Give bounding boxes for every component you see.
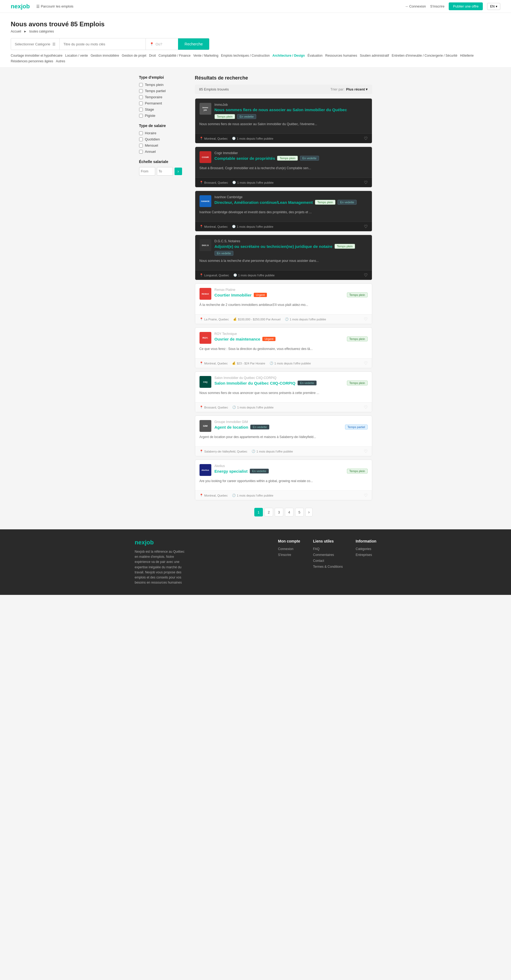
location-icon-6: 📍 — [199, 361, 203, 365]
results-header: Résultats de recherche — [195, 75, 372, 81]
salary-from-input[interactable] — [139, 167, 155, 176]
job-desc-5: À la recherche de 2 courtiers immobilier… — [199, 302, 368, 307]
favorite-btn-7[interactable]: ♡ — [364, 405, 368, 410]
cat-soutien-admin[interactable]: Soutien administratif — [360, 54, 389, 58]
salary-apply-button[interactable]: › — [175, 168, 182, 175]
filter-temps-plein[interactable]: Temps plein — [139, 83, 188, 87]
footer-link-commentaires[interactable]: Commentaires — [313, 553, 343, 557]
cat-gestion-immo[interactable]: Gestion immobilière — [91, 54, 119, 58]
filter-quotidien[interactable]: Quotidien — [139, 137, 188, 141]
footer-link-connexion[interactable]: Connexion — [278, 547, 300, 551]
cat-rh[interactable]: Ressources humaines — [325, 54, 357, 58]
filter-horaire[interactable]: Horaire — [139, 131, 188, 135]
favorite-btn-8[interactable]: ♡ — [364, 449, 368, 454]
cat-residences[interactable]: Résidences personnes âgées — [11, 59, 53, 63]
favorite-btn-1[interactable]: ♡ — [364, 136, 368, 141]
sort-value[interactable]: Plus récent ▾ — [346, 87, 368, 91]
company-name-3: Ivanhoe Cambridge — [215, 195, 368, 199]
job-card-2-inner: COGIR Cogir Immobilier Comptable senior … — [195, 147, 372, 178]
login-link[interactable]: →Connexion — [405, 4, 426, 8]
page-btn-1[interactable]: 1 — [254, 508, 263, 517]
job-title-3[interactable]: Directeur, Amélioration continue/Lean Ma… — [215, 200, 313, 205]
logo[interactable]: nexjob — [11, 3, 30, 10]
cat-entretien[interactable]: Entretien d'immeuble / Conciergerie / Sé… — [392, 54, 457, 58]
cat-courtage[interactable]: Courtage immobilier et hypothécaire — [11, 54, 62, 58]
filter-temporaire[interactable]: Temporaire — [139, 95, 188, 99]
job-title-4[interactable]: Adjoint(e) ou secrétaire ou technicien(n… — [215, 244, 333, 249]
salary-type-filter: Type de salaire Horaire Quotidien Mensue… — [139, 124, 188, 154]
footer-link-entreprises[interactable]: Entreprises — [356, 553, 376, 557]
page-btn-4[interactable]: 4 — [285, 508, 293, 517]
page-title: Nous avons trouvé 85 Emplois — [11, 21, 500, 28]
footer-link-categories[interactable]: Catégories — [356, 547, 376, 551]
page-btn-5[interactable]: 5 — [295, 508, 304, 517]
filter-annuel[interactable]: Annuel — [139, 150, 188, 154]
footer-link-contact[interactable]: Contact — [313, 559, 343, 563]
filter-mensuel[interactable]: Mensuel — [139, 143, 188, 148]
keyword-input[interactable] — [60, 38, 146, 50]
job-card-8-header: GIM Groupe Immobilier GIM Agent de locat… — [199, 420, 368, 432]
page-btn-2[interactable]: 2 — [264, 508, 273, 517]
badge-urgent-6: Urgent — [262, 337, 275, 341]
cat-comptabilite[interactable]: Comptabilité / Finance — [158, 54, 190, 58]
footer-link-sinscrire[interactable]: S'inscrire — [278, 553, 300, 557]
time-7: 🕐 1 mois depuis l'offre publiée — [232, 406, 274, 409]
filter-temps-partiel[interactable]: Temps partiel — [139, 89, 188, 93]
job-title-row-7: Salon Immobilier du Québec CIIQ-CORPIQ E… — [215, 380, 368, 385]
favorite-btn-4[interactable]: ♡ — [364, 273, 368, 278]
favorite-btn-6[interactable]: ♡ — [364, 361, 368, 366]
badge-time-1: Temps plein — [215, 114, 235, 119]
company-name-1: ImmoJob — [215, 103, 368, 107]
cat-vente-marketing[interactable]: Vente / Marketing — [193, 54, 218, 58]
job-title-7[interactable]: Salon Immobilier du Québec CIIQ-CORPIQ — [215, 381, 296, 385]
favorite-btn-2[interactable]: ♡ — [364, 180, 368, 185]
page-btn-3[interactable]: 3 — [275, 508, 283, 517]
location-icon: 📍 — [150, 42, 154, 46]
location-input-wrapper[interactable]: 📍 Où? — [146, 38, 178, 50]
cat-emplois-techniques[interactable]: Emplois techniques / Construction — [221, 54, 270, 58]
footer-col-mon-compte: Mon compte Connexion S'inscrire — [278, 539, 300, 585]
filter-stage[interactable]: Stage — [139, 107, 188, 111]
location-icon-7: 📍 — [199, 406, 203, 409]
navbar-left: nexjob ☰ Parcourir les emplois — [11, 3, 73, 10]
badge-vedette-9: En vedette — [250, 469, 269, 474]
job-card-2-header: COGIR Cogir Immobilier Comptable senior … — [199, 151, 368, 163]
footer-link-faq[interactable]: FAQ — [313, 547, 343, 551]
job-title-2[interactable]: Comptable senior de propriétés — [215, 156, 275, 161]
cat-autres[interactable]: Autres — [56, 59, 65, 63]
job-title-6[interactable]: Ouvrier de maintenance — [215, 337, 261, 341]
page-next-button[interactable]: › — [305, 508, 312, 517]
cat-evaluation[interactable]: Évaluation — [307, 54, 323, 58]
job-title-row-2: Comptable senior de propriétés Temps ple… — [215, 156, 368, 161]
job-card-5-footer: 📍 La Prairie, Quebec 💰 $100,000 - $250,0… — [195, 314, 372, 324]
job-title-5[interactable]: Courtier Immobilier — [215, 293, 252, 297]
job-card-2: COGIR Cogir Immobilier Comptable senior … — [195, 146, 372, 188]
breadcrumb-home[interactable]: Accueil — [11, 30, 21, 33]
job-title-9[interactable]: Energy specialist — [215, 469, 248, 474]
salary-to-input[interactable] — [157, 167, 173, 176]
footer-link-termes[interactable]: Termes & Conditions — [313, 565, 343, 568]
location-5: 📍 La Prairie, Quebec — [199, 317, 229, 321]
filter-permanent[interactable]: Permanent — [139, 101, 188, 105]
favorite-btn-5[interactable]: ♡ — [364, 317, 368, 322]
job-title-8[interactable]: Agent de location — [215, 425, 248, 430]
job-card-9-header: Akelius Akelius Energy specialist En ved… — [199, 464, 368, 476]
cat-architecture[interactable]: Architecture / Design — [272, 54, 305, 58]
cat-hotellerie[interactable]: Hôtellerie — [460, 54, 474, 58]
filter-pigiste[interactable]: Pigiste — [139, 114, 188, 118]
navbar: nexjob ☰ Parcourir les emplois →Connexio… — [0, 0, 511, 13]
publish-offer-button[interactable]: Publier une offre — [449, 2, 483, 10]
favorite-btn-9[interactable]: ♡ — [364, 493, 368, 498]
sidebar: Type d'emploi Temps plein Temps partiel … — [139, 75, 188, 517]
salary-range-inputs: › — [139, 167, 188, 176]
job-title-1[interactable]: Nous sommes fiers de nous associer au Sa… — [215, 107, 347, 112]
favorite-btn-3[interactable]: ♡ — [364, 224, 368, 229]
search-button[interactable]: Recherche — [178, 38, 209, 50]
cat-location-vente[interactable]: Location / vente — [65, 54, 88, 58]
register-link[interactable]: S'inscrire — [430, 4, 444, 8]
category-select[interactable]: Sélectionner Catégorie ☰ — [11, 38, 60, 50]
cat-gestion-projet[interactable]: Gestion de projet — [122, 54, 146, 58]
language-button[interactable]: EN ▾ — [487, 3, 500, 10]
cat-droit[interactable]: Droit — [149, 54, 156, 58]
browse-jobs-link[interactable]: ☰ Parcourir les emplois — [36, 4, 73, 9]
